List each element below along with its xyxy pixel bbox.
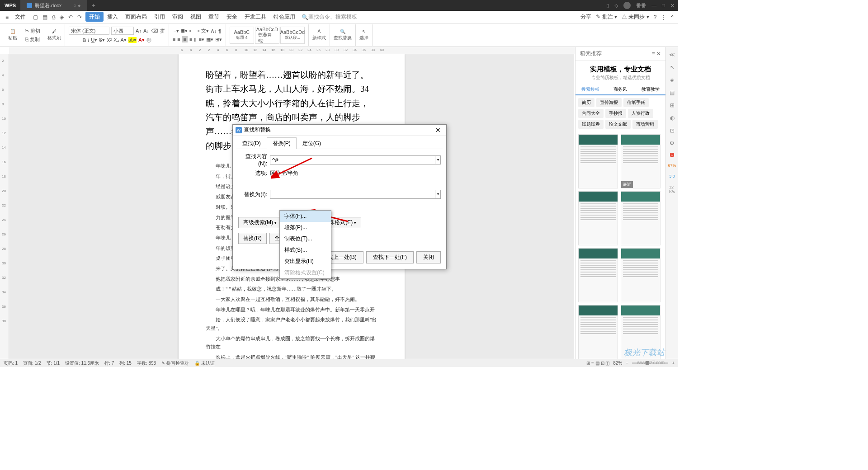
template-tag[interactable]: 信纸手账 [623,98,649,107]
template-tag[interactable]: 合同大全 [578,109,604,118]
find-input[interactable] [270,155,435,164]
doc-para[interactable]: 成！" " 姑姑，我敬您，祝您新年……敬了一圈才坐下。 [206,285,377,293]
sync-button[interactable]: △ 未同步 ▾ [622,13,649,21]
dialog-close-icon[interactable]: ✕ [433,127,443,134]
align-center-button[interactable]: ≡ [177,37,180,42]
menu-8[interactable]: 开发工具 [241,12,270,22]
minimize-icon[interactable]: — [651,3,656,8]
format-painter-button[interactable]: 🖌 格式刷 [47,29,61,41]
status-auth[interactable]: 🔒 未认证 [194,360,215,367]
panel-settings-icon[interactable]: ≡ ✕ [652,51,661,57]
doc-line[interactable]: 瞧，拎着大大小小行李箱的人在街上行走， [206,96,377,110]
preview-icon[interactable]: ◈ [60,14,64,20]
superscript-button[interactable]: X² [107,38,112,43]
close-icon[interactable]: ✕ [670,3,675,9]
dialog-tab-0[interactable]: 查找(D) [236,137,267,149]
format-menu-item-1[interactable]: 段落(P)... [280,222,331,233]
command-search[interactable]: 🔍 查找命令、搜索模板 [302,13,357,21]
skin-icon[interactable]: ◇ [614,3,618,9]
highlight-button[interactable]: ab▾ [128,37,137,43]
cat-tab-2[interactable]: 教育教学 [636,85,665,94]
template-thumb[interactable] [621,248,660,302]
menu-5[interactable]: 视图 [187,12,205,22]
sidebar-stat-30[interactable]: 3.0 [669,174,675,179]
status-line[interactable]: 行: 7 [104,360,114,367]
status-section[interactable]: 节: 1/1 [47,360,60,367]
italic-button[interactable]: I [88,38,89,43]
find-dropdown[interactable]: ▾ [435,155,441,164]
zoom-value[interactable]: 82% [613,361,622,366]
template-thumb[interactable] [578,191,618,245]
share-button[interactable]: 分享 [580,13,591,21]
shading-button[interactable]: ▦▾ [206,37,213,42]
redo-icon[interactable]: ↷ [77,14,82,20]
help-icon[interactable]: ? [654,14,657,20]
replace-button[interactable]: 替换(R) [238,233,267,244]
avatar[interactable] [623,2,631,9]
select-button[interactable]: ↖ 选择 [359,29,368,41]
template-tag[interactable]: 试题试卷 [578,120,604,129]
template-thumb[interactable]: 最近 [621,134,660,188]
new-style-button[interactable]: A 新样式 [312,29,326,41]
numbering-button[interactable]: ≣▾ [181,28,188,34]
paste-button[interactable]: 📋 粘贴 [8,29,17,41]
format-menu-item-3[interactable]: 样式(S)... [280,244,331,256]
font-color-button[interactable]: A▾ [121,37,127,43]
sidebar-badge[interactable]: 1 [670,153,674,157]
tab-indicator[interactable]: ○ ● [73,3,80,8]
style-item[interactable]: AaBbCcDd默认段... [280,27,305,44]
status-spell[interactable]: ✎ 拼写检查对 [161,360,189,367]
maximize-icon[interactable]: □ [662,3,665,8]
menu-3[interactable]: 引用 [151,12,169,22]
style-item[interactable]: AaBbC标题 4 [230,27,254,44]
doc-para[interactable]: 长梯上，拿起火把点燃导火线，"噼里啪啦" 响彻云霄，"出天星" 这一挂鞭主 [206,353,377,359]
find-next-button[interactable]: 查找下一处(F) [366,251,414,263]
subscript-button[interactable]: X₂ [113,37,118,43]
decrease-font-icon[interactable]: A↓ [143,28,149,33]
sidebar-tool-icon[interactable]: ⚙ [670,140,675,146]
annotate-button[interactable]: ✎ 批注 ▾ [596,13,617,21]
more-icon[interactable]: ⋮ [661,14,666,20]
borders-button[interactable]: ⊞▾ [215,37,222,42]
align-right-button[interactable]: ≡ [182,36,188,42]
indent-inc-button[interactable]: ⇥ [195,28,199,34]
font-name-combo[interactable]: 宋体 (正文) [69,27,109,35]
bold-button[interactable]: B [82,38,86,43]
format-menu-item-2[interactable]: 制表位(T)... [280,233,331,244]
sidebar-shape-icon[interactable]: ◐ [670,115,675,121]
dialog-tab-2[interactable]: 定位(G) [297,137,327,149]
template-tag[interactable]: 市场营销 [632,120,658,129]
doc-line[interactable]: 盼望着，盼望着……翘首以盼的新年近了。 [206,68,377,82]
status-pages[interactable]: 页面: 1/2 [23,360,41,367]
dialog-tab-1[interactable]: 替换(P) [267,137,297,149]
style-item[interactable]: AaBbCcD普通(网站) [255,27,279,44]
distribute-button[interactable]: ⫿ [194,37,197,42]
cut-button[interactable]: ✂ 剪切 [25,28,40,34]
collapse-icon[interactable]: ^ [671,14,674,20]
view-mode-icons[interactable]: ⊞ ≡ ▤ ⊡ ◫ [586,361,609,366]
file-menu[interactable]: 文件 [11,12,29,22]
bullets-button[interactable]: ≡▾ [174,28,179,34]
menu-7[interactable]: 安全 [223,12,241,22]
strike-button[interactable]: S̶▾ [99,37,105,43]
template-tag[interactable]: 简历 [578,98,594,107]
document-tab[interactable]: 盼望着.docx ○ ● [20,0,87,11]
template-thumb[interactable] [578,305,618,359]
char-border-button[interactable]: ㊞ [146,37,151,43]
format-menu-item-0[interactable]: 字体(F)... [280,211,331,222]
status-page[interactable]: 页码: 1 [4,360,18,367]
sidebar-limit-icon[interactable]: ⊞ [670,102,675,108]
status-chars[interactable]: 字数: 893 [137,360,156,367]
text-color-button[interactable]: A▾ [138,37,144,43]
sort-button[interactable]: A↓ [211,28,217,34]
template-thumb[interactable] [578,134,618,188]
cat-tab-1[interactable]: 商务风 [605,85,635,94]
zoom-in[interactable]: + [672,361,675,366]
template-thumb[interactable] [621,305,660,359]
hamburger-icon[interactable]: ≡ [3,14,11,20]
show-marks-button[interactable]: ¶ [218,28,221,34]
format-menu-item-4[interactable]: 突出显示(H) [280,256,331,267]
align-justify-button[interactable]: ≡ [189,37,192,42]
template-thumb[interactable] [621,191,660,245]
status-pos[interactable]: 设置值: 11.6厘米 [65,360,99,367]
